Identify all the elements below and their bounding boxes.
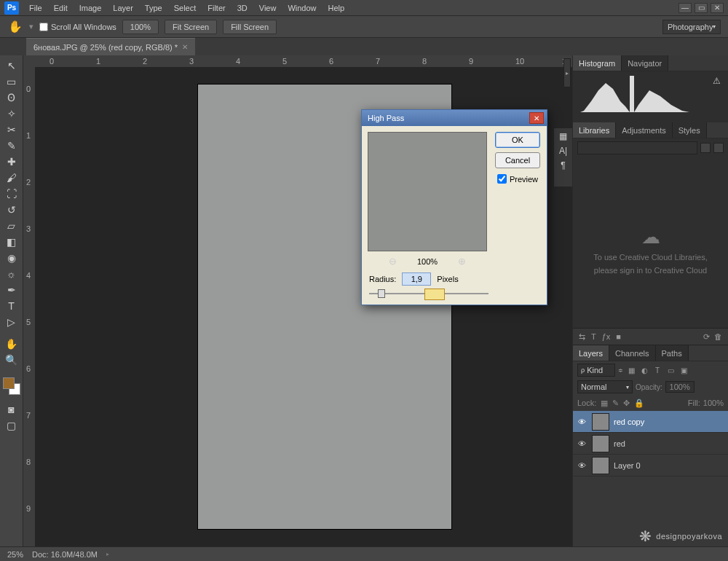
lock-all-icon[interactable]: 🔒 <box>634 399 644 408</box>
type-mini-icon[interactable]: T <box>591 332 596 341</box>
blend-mode-dropdown[interactable]: Normal▾ <box>577 380 633 393</box>
document-tab[interactable]: 6новая.JPG @ 25% (red copy, RGB/8) * ✕ <box>26 38 195 55</box>
menu-help[interactable]: Help <box>323 1 351 15</box>
menu-image[interactable]: Image <box>74 1 108 15</box>
layers-tab[interactable]: Layers <box>573 345 609 361</box>
navigator-tab[interactable]: Navigator <box>622 55 668 71</box>
menu-layer[interactable]: Layer <box>107 1 139 15</box>
filter-smart-icon[interactable]: ▣ <box>678 365 689 375</box>
histogram-warning-icon[interactable]: ⚠ <box>713 76 721 86</box>
close-tab-icon[interactable]: ✕ <box>182 43 188 51</box>
quick-mask-icon[interactable]: ◙ <box>3 402 20 417</box>
swatch-mini-icon[interactable]: ■ <box>616 332 621 341</box>
magic-wand-tool-icon[interactable]: ✧ <box>3 106 20 121</box>
menu-window[interactable]: Window <box>282 1 322 15</box>
menu-select[interactable]: Select <box>168 1 202 15</box>
link-icon[interactable]: ⇆ <box>579 332 585 342</box>
fx-icon[interactable]: ƒx <box>602 332 611 341</box>
zoom-tool-icon[interactable]: 🔍 <box>3 353 20 367</box>
radius-slider[interactable] <box>362 290 547 305</box>
color-swatches[interactable] <box>3 377 20 395</box>
brush-tool-icon[interactable]: 🖌 <box>3 170 20 185</box>
panel-collapse-handle[interactable]: ▸ <box>563 58 571 87</box>
status-zoom[interactable]: 25% <box>7 550 23 559</box>
zoom-100-button[interactable]: 100% <box>122 20 159 34</box>
slider-thumb[interactable] <box>378 289 385 298</box>
foreground-color-swatch[interactable] <box>3 377 15 389</box>
filter-shape-icon[interactable]: ▭ <box>665 365 676 375</box>
libraries-tab[interactable]: Libraries <box>573 122 616 138</box>
layer-item-layer0[interactable]: 👁 Layer 0 <box>573 455 728 476</box>
marquee-tool-icon[interactable]: ▭ <box>3 74 20 89</box>
dialog-titlebar[interactable]: High Pass ✕ <box>362 110 547 126</box>
preview-checkbox-input[interactable] <box>497 174 507 184</box>
sync-icon[interactable]: ⟳ <box>703 332 710 342</box>
fill-screen-button[interactable]: Fill Screen <box>223 20 277 34</box>
filter-type-icon[interactable]: T <box>652 365 662 375</box>
histogram-tab[interactable]: Histogram <box>573 55 622 71</box>
histogram-collapsed-icon[interactable]: ▦ <box>559 131 567 141</box>
styles-tab[interactable]: Styles <box>673 122 707 138</box>
menu-filter[interactable]: Filter <box>202 1 231 15</box>
visibility-toggle-icon[interactable]: 👁 <box>576 439 587 448</box>
blur-tool-icon[interactable]: ◉ <box>3 251 20 265</box>
gradient-tool-icon[interactable]: ◧ <box>3 235 20 249</box>
status-doc-size[interactable]: Doc: 16.0M/48.0M <box>32 550 98 559</box>
lock-pixels-icon[interactable]: ▦ <box>601 399 608 408</box>
fit-screen-button[interactable]: Fit Screen <box>165 20 217 34</box>
lib-view-grid-icon[interactable] <box>700 143 711 153</box>
fill-value[interactable]: 100% <box>703 399 724 407</box>
adjustments-tab[interactable]: Adjustments <box>616 122 673 138</box>
type-tool-icon[interactable]: T <box>3 299 20 313</box>
menu-view[interactable]: View <box>253 1 282 15</box>
ok-button[interactable]: OK <box>495 132 540 148</box>
lock-position-icon[interactable]: ✥ <box>623 399 630 408</box>
crop-tool-icon[interactable]: ✂ <box>3 122 20 137</box>
cancel-button[interactable]: Cancel <box>495 152 540 168</box>
zoom-out-icon[interactable]: ⊖ <box>389 256 397 267</box>
dodge-tool-icon[interactable]: ☼ <box>3 267 20 281</box>
char-panel-icon[interactable]: A| <box>559 146 567 156</box>
menu-type[interactable]: Type <box>139 1 168 15</box>
menu-3d[interactable]: 3D <box>232 1 253 15</box>
channels-tab[interactable]: Channels <box>609 345 655 361</box>
screen-mode-icon[interactable]: ▢ <box>3 418 20 433</box>
zoom-in-icon[interactable]: ⊕ <box>458 256 466 267</box>
paragraph-panel-icon[interactable]: ¶ <box>561 160 565 170</box>
filter-preview[interactable] <box>368 132 487 251</box>
lock-brush-icon[interactable]: ✎ <box>612 399 619 408</box>
minimize-button[interactable]: — <box>678 3 692 13</box>
layer-item-red-copy[interactable]: 👁 red copy <box>573 411 728 433</box>
opacity-value[interactable]: 100% <box>665 381 695 393</box>
radius-input[interactable] <box>402 272 431 286</box>
lib-view-list-icon[interactable] <box>713 143 724 153</box>
move-tool-icon[interactable]: ↖ <box>3 58 20 73</box>
eyedropper-tool-icon[interactable]: ✎ <box>3 138 20 153</box>
scroll-all-windows-checkbox[interactable]: Scroll All Windows <box>39 23 116 31</box>
lasso-tool-icon[interactable]: ʘ <box>3 90 20 105</box>
visibility-toggle-icon[interactable]: 👁 <box>576 461 587 470</box>
close-window-button[interactable]: ✕ <box>711 3 724 13</box>
pen-tool-icon[interactable]: ✒ <box>3 283 20 297</box>
trash-effects-icon[interactable]: 🗑 <box>714 332 722 342</box>
preview-checkbox[interactable]: Preview <box>497 174 538 184</box>
workspace-selector[interactable]: Photography▾ <box>662 20 721 34</box>
layer-item-red[interactable]: 👁 red <box>573 433 728 455</box>
path-select-tool-icon[interactable]: ▷ <box>3 315 20 329</box>
menu-edit[interactable]: Edit <box>48 1 74 15</box>
healing-brush-tool-icon[interactable]: ✚ <box>3 154 20 169</box>
filter-adjust-icon[interactable]: ◐ <box>639 365 649 375</box>
libraries-dropdown[interactable] <box>577 141 697 154</box>
visibility-toggle-icon[interactable]: 👁 <box>576 417 587 426</box>
dialog-close-button[interactable]: ✕ <box>529 112 544 124</box>
paths-tab[interactable]: Paths <box>656 345 689 361</box>
hand-tool-icon-toolbox[interactable]: ✋ <box>3 337 20 351</box>
eraser-tool-icon[interactable]: ▱ <box>3 219 20 233</box>
scroll-all-input[interactable] <box>39 23 48 31</box>
layer-kind-filter[interactable]: ρ Kind <box>577 364 615 377</box>
menu-file[interactable]: File <box>23 1 48 15</box>
stamp-tool-icon[interactable]: ⛶ <box>3 187 20 201</box>
history-brush-tool-icon[interactable]: ↺ <box>3 203 20 217</box>
restore-button[interactable]: ▭ <box>695 3 708 13</box>
filter-pixel-icon[interactable]: ▦ <box>626 365 636 375</box>
